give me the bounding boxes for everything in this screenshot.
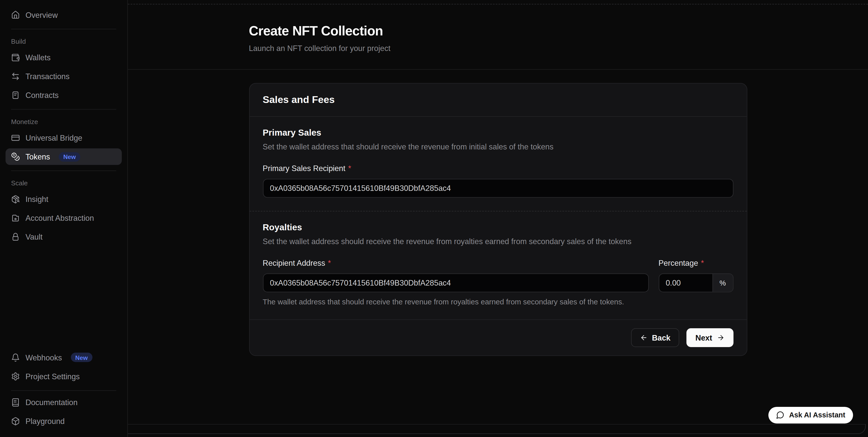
cube-icon xyxy=(11,417,20,426)
percentage-input-group: % xyxy=(658,274,733,292)
sidebar-item-label: Account Abstraction xyxy=(25,214,94,222)
credit-card-icon xyxy=(11,133,20,142)
royalties-description: Set the wallet address should receive th… xyxy=(263,237,733,246)
page-subtitle: Launch an NFT collection for your projec… xyxy=(249,44,747,53)
arrow-left-icon xyxy=(640,334,648,342)
sidebar-item-insight[interactable]: Insight xyxy=(5,191,122,208)
sidebar-item-label: Tokens xyxy=(25,152,50,161)
sidebar-item-label: Insight xyxy=(25,195,48,204)
sidebar-item-contracts[interactable]: Contracts xyxy=(5,87,122,103)
gear-icon xyxy=(11,372,20,380)
sales-and-fees-card: Sales and Fees Primary Sales Set the wal… xyxy=(249,83,747,356)
primary-sales-recipient-label: Primary Sales Recipient xyxy=(263,164,345,173)
sidebar-item-account-abstraction[interactable]: Account Abstraction xyxy=(5,210,122,226)
sidebar-item-label: Contracts xyxy=(25,91,59,99)
royalty-percentage-input[interactable] xyxy=(659,274,712,292)
content-bottom-border xyxy=(128,424,866,434)
page-header: Create NFT Collection Launch an NFT coll… xyxy=(128,0,868,70)
royalties-section: Royalties Set the wallet address should … xyxy=(249,211,746,319)
sidebar-item-playground[interactable]: Playground xyxy=(5,413,122,429)
lock-icon xyxy=(11,232,20,241)
sidebar-item-universal-bridge[interactable]: Universal Bridge xyxy=(5,130,122,146)
bell-icon xyxy=(11,353,20,362)
royalty-recipient-input[interactable] xyxy=(263,274,649,292)
sidebar-section-title-monetize: Monetize xyxy=(5,113,122,130)
card-title: Sales and Fees xyxy=(263,94,733,106)
royalty-recipient-label: Recipient Address xyxy=(263,258,325,267)
ask-ai-assistant-label: Ask AI Assistant xyxy=(789,411,845,419)
new-badge: New xyxy=(71,353,92,362)
sidebar-section-title-scale: Scale xyxy=(5,174,122,191)
sidebar-item-label: Wallets xyxy=(25,53,51,62)
back-button[interactable]: Back xyxy=(631,328,679,347)
sidebar-item-project-settings[interactable]: Project Settings xyxy=(5,368,122,384)
app-window: Overview Build Wallets Transactions Cont… xyxy=(0,0,868,437)
contract-file-icon xyxy=(11,91,20,99)
sidebar: Overview Build Wallets Transactions Cont… xyxy=(0,0,128,437)
top-dashed-divider xyxy=(128,4,868,4)
sidebar-spacer xyxy=(5,247,122,349)
coins-icon xyxy=(11,152,20,161)
required-asterisk: * xyxy=(348,164,351,173)
sidebar-item-vault[interactable]: Vault xyxy=(5,228,122,245)
card-header: Sales and Fees xyxy=(249,84,746,117)
sidebar-item-overview[interactable]: Overview xyxy=(5,6,122,23)
sidebar-divider xyxy=(11,109,116,110)
primary-sales-recipient-field: Primary Sales Recipient* xyxy=(263,163,733,198)
required-asterisk: * xyxy=(701,258,704,267)
package-search-icon xyxy=(11,195,20,204)
sidebar-item-wallets[interactable]: Wallets xyxy=(5,49,122,66)
sidebar-item-label: Project Settings xyxy=(25,372,80,380)
arrow-right-icon xyxy=(717,334,724,342)
primary-sales-recipient-input[interactable] xyxy=(263,179,733,198)
book-icon xyxy=(11,398,20,407)
sidebar-item-tokens[interactable]: Tokens New xyxy=(5,149,122,165)
main-content: Create NFT Collection Launch an NFT coll… xyxy=(128,0,868,437)
arrows-left-right-icon xyxy=(11,72,20,81)
royalty-percentage-field: Percentage* % xyxy=(658,258,733,292)
sidebar-divider xyxy=(11,390,116,391)
sidebar-item-label: Documentation xyxy=(25,398,78,407)
next-button-label: Next xyxy=(695,333,712,342)
sidebar-item-label: Playground xyxy=(25,417,65,426)
back-button-label: Back xyxy=(652,333,671,342)
sidebar-divider xyxy=(11,170,116,171)
percent-suffix: % xyxy=(712,274,733,292)
chat-bubble-icon xyxy=(776,411,785,419)
primary-sales-heading: Primary Sales xyxy=(263,128,733,138)
page-title: Create NFT Collection xyxy=(249,23,747,39)
primary-sales-section: Primary Sales Set the wallet address tha… xyxy=(249,117,746,211)
sidebar-divider xyxy=(11,29,116,29)
sidebar-item-transactions[interactable]: Transactions xyxy=(5,68,122,85)
next-button[interactable]: Next xyxy=(686,328,733,347)
royalty-recipient-field: Recipient Address* xyxy=(263,258,649,292)
sidebar-item-label: Transactions xyxy=(25,72,69,81)
ask-ai-assistant-button[interactable]: Ask AI Assistant xyxy=(769,407,853,423)
royalty-percentage-label: Percentage xyxy=(658,258,698,267)
sidebar-item-label: Overview xyxy=(25,10,58,19)
new-badge: New xyxy=(59,152,80,161)
royalties-fields-row: Recipient Address* Percentage* % xyxy=(263,258,733,292)
smart-wallet-icon xyxy=(11,214,20,222)
royalties-heading: Royalties xyxy=(263,222,733,232)
home-icon xyxy=(11,10,20,19)
sidebar-item-documentation[interactable]: Documentation xyxy=(5,394,122,410)
royalty-helper-text: The wallet address that should receive t… xyxy=(263,298,733,306)
sidebar-section-title-build: Build xyxy=(5,33,122,49)
sidebar-item-label: Webhooks xyxy=(25,353,62,362)
sidebar-item-label: Universal Bridge xyxy=(25,133,82,142)
wallet-icon xyxy=(11,53,20,62)
sidebar-item-webhooks[interactable]: Webhooks New xyxy=(5,349,122,366)
required-asterisk: * xyxy=(328,258,331,267)
sidebar-item-label: Vault xyxy=(25,232,42,241)
card-footer: Back Next xyxy=(249,319,746,355)
primary-sales-description: Set the wallet address that should recei… xyxy=(263,142,733,151)
